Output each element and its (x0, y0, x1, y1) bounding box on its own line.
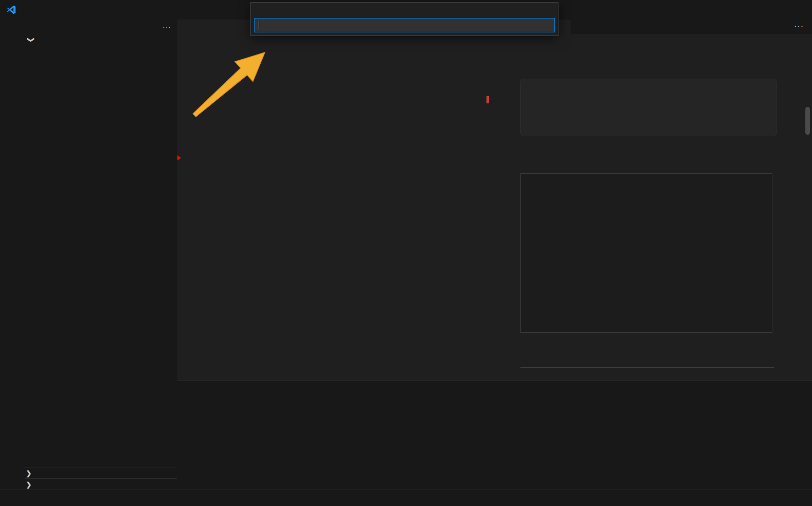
chevron-right-icon: ❯ (25, 469, 33, 477)
activity-bar (0, 20, 25, 490)
chevron-down-icon: ❯ (27, 36, 35, 44)
interpreter-search-input[interactable] (254, 18, 555, 32)
settings-json-code-block (520, 79, 777, 136)
timeline-section[interactable]: ❯ (25, 478, 177, 490)
text-cursor (259, 21, 259, 29)
vscode-window: ··· ❯ ❯ ❯ (0, 0, 812, 506)
tab-executor-py[interactable] (177, 20, 261, 34)
editor-group (177, 20, 493, 381)
sidebar-header: ··· (25, 20, 177, 34)
panel (177, 381, 812, 490)
embedded-screenshot-image (520, 173, 772, 333)
chevron-right-icon: ❯ (25, 481, 33, 489)
outline-section[interactable]: ❯ (25, 467, 177, 479)
workspace-root-row[interactable]: ❯ (25, 34, 177, 46)
heading-divider (520, 367, 774, 368)
interpreter-quickpick (250, 2, 558, 36)
quickpick-title-bar (251, 3, 558, 16)
preview-scrollbar-thumb[interactable] (805, 107, 810, 135)
vscode-logo-icon (6, 5, 16, 15)
gutter-red-marker (177, 155, 181, 160)
overview-ruler-marker (486, 96, 489, 103)
markdown-preview[interactable] (493, 34, 812, 381)
editor-more-actions-icon[interactable]: ··· (794, 22, 804, 31)
preview-editor-group: ··· (493, 20, 812, 381)
status-bar (0, 490, 812, 506)
code-editor[interactable] (177, 46, 486, 381)
sidebar-more-actions-icon[interactable]: ··· (163, 23, 171, 31)
explorer-sidebar: ··· ❯ ❯ ❯ (25, 20, 178, 490)
